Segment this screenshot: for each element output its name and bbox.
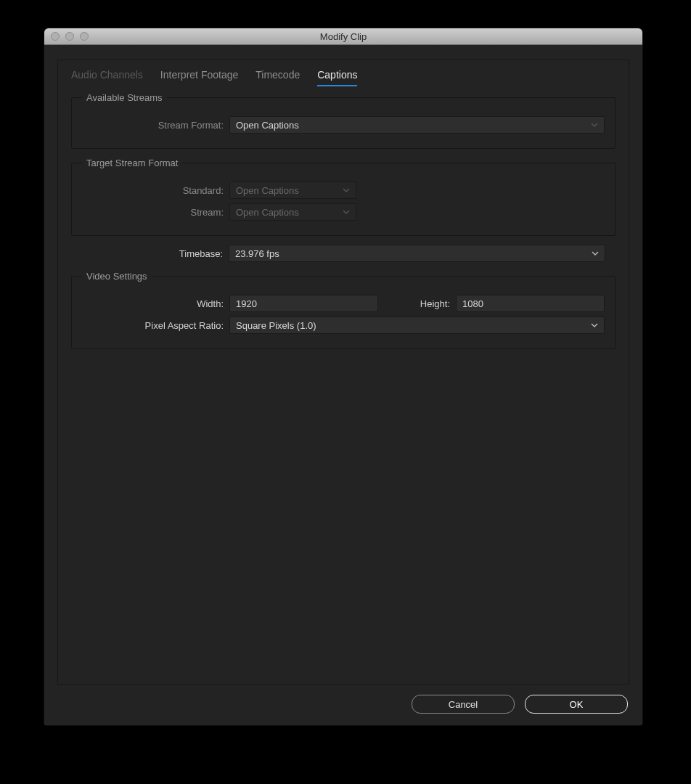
timebase-label: Timebase: [81, 248, 229, 259]
timebase-value: 23.976 fps [235, 248, 279, 259]
height-input[interactable]: 1080 [456, 295, 605, 312]
dialog-buttons: Cancel OK [57, 685, 629, 714]
stream-label: Stream: [82, 207, 229, 218]
zoom-window-button[interactable] [80, 32, 89, 41]
cancel-button[interactable]: Cancel [412, 695, 515, 714]
chevron-down-icon [591, 123, 598, 127]
height-label: Height: [399, 298, 456, 309]
tab-audio-channels[interactable]: Audio Channels [71, 69, 143, 86]
stream-format-select[interactable]: Open Captions [229, 116, 605, 134]
tab-captions[interactable]: Captions [317, 69, 357, 86]
tab-interpret-footage[interactable]: Interpret Footage [160, 69, 238, 86]
standard-select[interactable]: Open Captions [229, 181, 356, 199]
video-settings-group: Video Settings Width: 1920 Height: 1080 [71, 271, 616, 349]
modify-clip-window: Modify Clip Audio Channels Interpret Foo… [44, 28, 643, 726]
tab-bar: Audio Channels Interpret Footage Timecod… [58, 60, 629, 86]
close-window-button[interactable] [51, 32, 60, 41]
captions-tab-content: Available Streams Stream Format: Open Ca… [58, 86, 629, 358]
width-value: 1920 [236, 298, 257, 309]
pixel-aspect-ratio-select[interactable]: Square Pixels (1.0) [229, 317, 605, 334]
target-stream-format-legend: Target Stream Format [82, 158, 182, 168]
window-controls [51, 32, 89, 41]
minimize-window-button[interactable] [65, 32, 74, 41]
chevron-down-icon [592, 251, 599, 256]
ok-button[interactable]: OK [525, 695, 628, 714]
width-label: Width: [82, 298, 229, 309]
available-streams-group: Available Streams Stream Format: Open Ca… [71, 92, 616, 149]
stream-format-label: Stream Format: [82, 120, 229, 131]
standard-value: Open Captions [236, 185, 299, 196]
standard-label: Standard: [82, 185, 229, 196]
stream-format-value: Open Captions [236, 120, 299, 131]
video-settings-legend: Video Settings [82, 271, 152, 282]
chevron-down-icon [343, 188, 350, 192]
stream-value: Open Captions [236, 207, 299, 218]
available-streams-legend: Available Streams [82, 92, 167, 103]
pixel-aspect-ratio-value: Square Pixels (1.0) [236, 320, 316, 331]
stream-select[interactable]: Open Captions [229, 203, 356, 221]
tab-timecode[interactable]: Timecode [255, 69, 300, 86]
target-stream-format-group: Target Stream Format Standard: Open Capt… [71, 158, 616, 236]
window-title: Modify Clip [44, 31, 642, 42]
chevron-down-icon [591, 323, 598, 327]
width-input[interactable]: 1920 [229, 295, 378, 312]
timebase-select[interactable]: 23.976 fps [229, 245, 605, 262]
pixel-aspect-ratio-label: Pixel Aspect Ratio: [82, 320, 229, 331]
dialog-body: Audio Channels Interpret Footage Timecod… [44, 45, 642, 725]
titlebar: Modify Clip [44, 28, 642, 45]
height-value: 1080 [462, 298, 483, 309]
chevron-down-icon [343, 210, 350, 214]
dialog-panel: Audio Channels Interpret Footage Timecod… [57, 60, 629, 685]
